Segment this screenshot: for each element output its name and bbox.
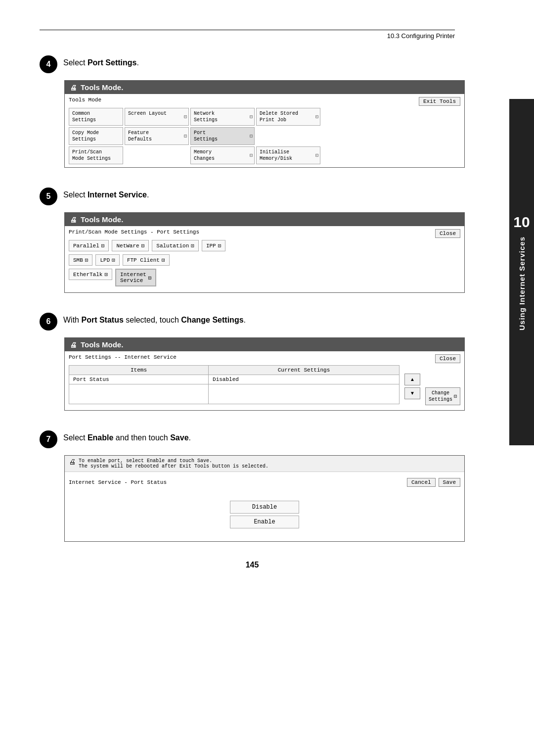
step-4-circle: 4 — [40, 55, 57, 73]
arrow-memory-changes: ⊡ — [250, 152, 253, 158]
change-settings-arrow: ⊡ — [454, 393, 457, 400]
cell-network-settings[interactable]: NetworkSettings ⊡ — [190, 108, 255, 126]
cell-empty-1 — [256, 127, 320, 145]
step-7-top-label: Internet Service - Port Status — [69, 479, 167, 485]
cell-initialise[interactable]: InitialiseMemory/Disk ⊡ — [256, 146, 320, 164]
port-salutation-arrow: ⊡ — [191, 242, 194, 249]
step-4-top-row: Tools Mode Exit Tools — [69, 97, 460, 106]
step-5-top-label: Print/Scan Mode Settings - Port Settings — [69, 229, 199, 238]
page-number: 145 — [40, 561, 465, 569]
col-current-settings: Current Settings — [209, 366, 400, 375]
arrow-delete-stored: ⊡ — [315, 114, 318, 120]
cell-memory-changes[interactable]: MemoryChanges ⊡ — [190, 146, 255, 164]
info-printer-icon: 🖨 — [69, 458, 76, 466]
nav-up-btn[interactable]: ▲ — [404, 374, 420, 385]
step-6-panel-title: Tools Mode. — [81, 340, 123, 349]
step-6-panel-body: Port Settings -- Internet Service Close … — [65, 351, 464, 410]
disable-label: Disable — [252, 504, 277, 511]
step-5-bold: Internet Service — [88, 190, 147, 199]
step-5-panel-wrapper: 🖨 Tools Mode. Print/Scan Mode Settings -… — [64, 212, 465, 293]
settings-table: Items Current Settings Port Status Disab… — [69, 365, 400, 404]
step-5-suffix: . — [147, 190, 149, 199]
step-6-nav-buttons: ▲ ▼ — [402, 365, 422, 407]
step-5-header: 5 Select Internet Service. — [40, 187, 465, 205]
save-btn[interactable]: Save — [439, 478, 460, 487]
cell-print-scan: Print/ScanMode Settings — [69, 146, 123, 164]
port-ipp[interactable]: IPP ⊡ — [202, 240, 225, 251]
arrow-screen-layout: ⊡ — [184, 114, 187, 120]
port-ftp-client[interactable]: FTP Client ⊡ — [123, 254, 170, 266]
step-5-ports-row1: Parallel ⊡ NetWare ⊡ Salutation ⊡ — [69, 240, 460, 251]
step-6-mid: selected, touch — [124, 316, 181, 324]
change-settings-btn[interactable]: ChangeSettings ⊡ — [425, 387, 460, 405]
step-7-action-btns: Cancel Save — [407, 478, 460, 487]
step-6-close-btn[interactable]: Close — [435, 354, 460, 363]
port-ethertalk-label: EtherTalk — [73, 272, 102, 278]
main-content: 4 Select Port Settings. 🖨 Tools Mode. To… — [40, 54, 465, 569]
cell-screen-layout[interactable]: Screen Layout ⊡ — [125, 108, 189, 126]
step-4-top-label: Tools Mode — [69, 97, 101, 106]
step-6-title: With Port Status selected, touch Change … — [63, 312, 246, 326]
change-settings-label: ChangeSettings — [429, 390, 452, 403]
step-6-panel-header: 🖨 Tools Mode. — [65, 338, 464, 351]
port-salutation[interactable]: Salutation ⊡ — [152, 240, 199, 251]
exit-tools-btn[interactable]: Exit Tools — [419, 97, 460, 106]
step-4-panel-wrapper: 🖨 Tools Mode. Tools Mode Exit Tools Com — [64, 80, 465, 168]
step-4-panel-title: Tools Mode. — [81, 83, 123, 92]
step-5-close-btn[interactable]: Close — [435, 229, 460, 238]
step-7-panel: 🖨 To enable port, select Enable and touc… — [64, 455, 465, 542]
step-4-panel-body: Tools Mode Exit Tools CommonSettings Scr… — [65, 94, 464, 167]
port-ethertalk[interactable]: EtherTalk ⊡ — [69, 269, 112, 280]
step-4-header: 4 Select Port Settings. — [40, 54, 465, 73]
step-4-panel-header: 🖨 Tools Mode. — [65, 81, 464, 94]
step-7-info-line1: To enable port, select Enable and touch … — [79, 458, 268, 464]
step-5-top-row: Print/Scan Mode Settings - Port Settings… — [69, 229, 460, 238]
step-7-options: Disable Enable — [69, 491, 460, 538]
arrow-network-settings: ⊡ — [250, 114, 253, 120]
step-7-suffix: . — [189, 433, 191, 442]
nav-down-btn[interactable]: ▼ — [404, 387, 420, 399]
printer-icon-5: 🖨 — [70, 216, 77, 224]
port-smb[interactable]: SMB ⊡ — [69, 254, 92, 266]
step-5-ports-row3: EtherTalk ⊡ InternetService ⊡ — [69, 269, 460, 286]
step-6-circle: 6 — [40, 313, 57, 331]
cell-delete-stored[interactable]: Delete StoredPrint Job ⊡ — [256, 108, 320, 126]
cell-feature-defaults[interactable]: FeatureDefaults ⊡ — [125, 127, 189, 145]
step-4-grid: CommonSettings Screen Layout ⊡ NetworkSe… — [69, 108, 460, 164]
enable-label: Enable — [254, 519, 275, 525]
step-4-bold: Port Settings — [88, 58, 137, 67]
table-row-port-status[interactable]: Port Status Disabled — [69, 375, 400, 384]
cell-port-settings[interactable]: PortSettings ⊡ — [190, 127, 255, 145]
disable-option[interactable]: Disable — [230, 501, 299, 514]
step-7: 7 Select Enable and then touch Save. 🖨 T… — [40, 429, 465, 542]
step-7-header: 7 Select Enable and then touch Save. — [40, 429, 465, 448]
cell-copy-mode: Copy ModeSettings — [69, 127, 123, 145]
port-ftp-arrow: ⊡ — [162, 257, 165, 263]
step-6-suffix: . — [244, 316, 246, 324]
port-netware[interactable]: NetWare ⊡ — [112, 240, 149, 251]
step-5-circle: 5 — [40, 188, 57, 205]
step-4-suffix: . — [136, 58, 138, 67]
port-lpd-arrow: ⊡ — [112, 257, 115, 263]
port-smb-arrow: ⊡ — [85, 257, 89, 263]
printer-icon-6: 🖨 — [70, 341, 77, 349]
page-container: 10.3 Configuring Printer 10 Using Intern… — [0, 0, 534, 756]
port-internet-service-arrow: ⊡ — [148, 275, 152, 281]
arrow-feature-defaults: ⊡ — [184, 133, 187, 139]
enable-option[interactable]: Enable — [230, 516, 299, 528]
arrow-port-settings: ⊡ — [250, 133, 253, 139]
step-5: 5 Select Internet Service. 🖨 Tools Mode.… — [40, 187, 465, 293]
step-7-info-line2: The system will be rebooted after Exit T… — [79, 464, 268, 469]
port-internet-service-label: InternetService — [120, 272, 146, 284]
step-6-table-area: Items Current Settings Port Status Disab… — [69, 365, 400, 407]
step-5-panel-title: Tools Mode. — [81, 215, 123, 224]
step-6-body: Items Current Settings Port Status Disab… — [69, 365, 460, 407]
port-parallel[interactable]: Parallel ⊡ — [69, 240, 109, 251]
change-settings-area: ChangeSettings ⊡ — [425, 365, 460, 407]
port-ftp-client-label: FTP Client — [127, 257, 160, 263]
cancel-btn[interactable]: Cancel — [407, 478, 436, 487]
step-5-panel-body: Print/Scan Mode Settings - Port Settings… — [65, 226, 464, 292]
port-lpd[interactable]: LPD ⊡ — [95, 254, 119, 266]
port-internet-service[interactable]: InternetService ⊡ — [115, 269, 156, 286]
cell-empty-right — [209, 384, 400, 404]
